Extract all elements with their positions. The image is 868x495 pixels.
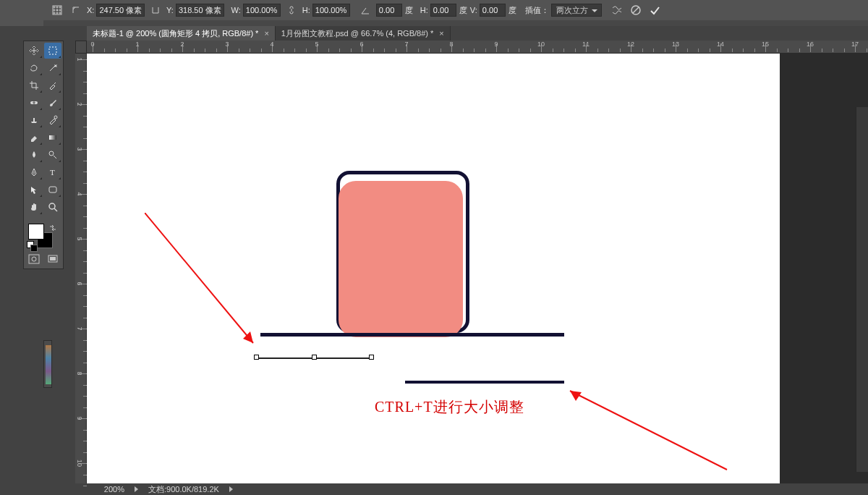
swap-xy-icon[interactable] — [148, 3, 163, 17]
vskew-input[interactable]: 0.00 — [480, 4, 506, 17]
link-wh-icon[interactable] — [284, 3, 299, 17]
healing-brush-tool[interactable] — [25, 95, 43, 111]
artwork-fill-shape — [339, 181, 463, 337]
pen-tool[interactable] — [25, 164, 43, 180]
clone-stamp-tool[interactable] — [25, 112, 43, 128]
screen-mode-icon[interactable] — [44, 251, 61, 267]
annotation-arrow-2 — [564, 386, 731, 473]
ruler-number: 10 — [537, 41, 545, 48]
ruler-number: 8 — [76, 371, 83, 375]
svg-point-29 — [32, 257, 36, 261]
vertical-scrollbar[interactable] — [856, 107, 868, 472]
artwork-line-1 — [260, 333, 564, 337]
type-tool[interactable]: T — [44, 164, 61, 180]
ruler-horizontal[interactable]: 01234567891011121314151617 — [87, 41, 868, 54]
artwork-line-2 — [405, 381, 564, 384]
crop-tool[interactable] — [25, 77, 43, 93]
tab-gutter — [43, 26, 87, 41]
dodge-tool[interactable] — [44, 147, 61, 163]
svg-point-5 — [56, 9, 58, 11]
close-icon[interactable]: × — [439, 29, 443, 38]
svg-rect-14 — [49, 47, 56, 54]
color-swatches[interactable] — [25, 222, 61, 250]
ruler-number: 14 — [717, 41, 724, 48]
interpolation-label: 插值： — [525, 5, 549, 16]
interpolation-dropdown[interactable]: 两次立方 — [551, 4, 602, 17]
zoom-level[interactable]: 200% — [93, 485, 124, 494]
marquee-tool[interactable] — [44, 43, 61, 59]
svg-line-11 — [633, 7, 639, 13]
zoom-tool[interactable] — [44, 199, 61, 215]
path-selection-tool[interactable] — [25, 182, 43, 198]
relative-position-icon[interactable] — [68, 3, 84, 17]
quick-mask-icon[interactable] — [25, 251, 43, 267]
svg-line-34 — [570, 391, 727, 470]
swap-colors-icon[interactable] — [48, 224, 57, 232]
transform-handle-right[interactable] — [369, 355, 374, 360]
ruler-number: 5 — [76, 237, 83, 240]
x-label: X: — [87, 6, 94, 14]
y-position-input[interactable]: 318.50 像素 — [176, 4, 224, 17]
reference-point-picker[interactable] — [49, 3, 65, 17]
document-tab-strip: 未标题-1 @ 200% (圆角矩形 4 拷贝, RGB/8#) * × 1月份… — [87, 26, 868, 41]
svg-point-21 — [49, 151, 54, 156]
height-input[interactable]: 100.00% — [312, 4, 350, 17]
shape-tool[interactable] — [44, 182, 61, 198]
app-left-strip — [0, 0, 43, 26]
svg-rect-28 — [29, 255, 39, 263]
gradient-tool[interactable] — [44, 130, 61, 145]
hskew-input[interactable]: 0.00 — [430, 4, 456, 17]
hand-tool[interactable] — [25, 199, 43, 215]
document-tab-label: 未标题-1 @ 200% (圆角矩形 4 拷贝, RGB/8#) * — [93, 28, 258, 39]
deg-label-1: 度 — [405, 5, 413, 16]
brush-tool[interactable] — [44, 95, 61, 111]
default-colors-icon[interactable] — [28, 242, 35, 250]
document-canvas[interactable]: CTRL+T进行大小调整 — [87, 54, 780, 483]
collapsed-panel-stub[interactable] — [43, 340, 52, 388]
rotation-input[interactable]: 0.00 — [376, 4, 402, 17]
magic-wand-tool[interactable] — [44, 60, 61, 76]
annotation-arrow-1 — [145, 213, 268, 358]
svg-point-8 — [56, 12, 58, 14]
svg-rect-31 — [50, 257, 56, 261]
close-icon[interactable]: × — [264, 29, 268, 38]
foreground-color-swatch[interactable] — [28, 224, 44, 240]
ruler-vertical[interactable]: 12345678910 — [75, 54, 87, 483]
svg-point-26 — [49, 203, 55, 209]
transform-bounding-box[interactable] — [256, 355, 372, 362]
cancel-transform-icon[interactable] — [628, 3, 644, 17]
ruler-number: 4 — [76, 192, 83, 195]
svg-point-3 — [59, 7, 61, 8]
commit-transform-icon[interactable] — [647, 3, 663, 17]
svg-line-32 — [145, 213, 253, 343]
eyedropper-tool[interactable] — [44, 77, 61, 93]
ruler-number: 12 — [627, 41, 634, 48]
ruler-number: 7 — [404, 41, 408, 48]
blur-tool[interactable] — [25, 147, 43, 163]
transform-handle-middle[interactable] — [312, 355, 317, 360]
chevron-right-icon[interactable] — [229, 486, 233, 492]
transform-options-bar: X: 247.50 像素 Y: 318.50 像素 W: 100.00% H: … — [43, 0, 868, 20]
ruler-number: 7 — [76, 326, 83, 330]
ruler-corner[interactable] — [75, 41, 87, 54]
color-strip-icon — [46, 345, 51, 384]
angle-icon — [357, 3, 373, 17]
svg-point-2 — [56, 7, 58, 8]
ruler-number: 9 — [494, 41, 498, 48]
eraser-tool[interactable] — [25, 130, 43, 145]
document-tab-active[interactable]: 未标题-1 @ 200% (圆角矩形 4 拷贝, RGB/8#) * × — [87, 26, 276, 41]
ruler-number: 3 — [225, 41, 229, 48]
w-label: W: — [231, 6, 241, 14]
chevron-right-icon[interactable] — [135, 486, 138, 492]
move-tool[interactable] — [25, 43, 43, 59]
svg-point-19 — [54, 116, 57, 119]
svg-rect-20 — [49, 135, 56, 140]
lasso-tool[interactable] — [25, 60, 43, 76]
document-tab-second[interactable]: 1月份图文教程.psd @ 66.7% (4, RGB/8#) * × — [276, 26, 451, 41]
width-input[interactable]: 100.00% — [243, 4, 281, 17]
h-label: H: — [302, 6, 310, 14]
document-tab-label: 1月份图文教程.psd @ 66.7% (4, RGB/8#) * — [281, 28, 433, 39]
history-brush-tool[interactable] — [44, 112, 61, 128]
warp-mode-icon[interactable] — [609, 3, 625, 17]
x-position-input[interactable]: 247.50 像素 — [96, 4, 145, 17]
